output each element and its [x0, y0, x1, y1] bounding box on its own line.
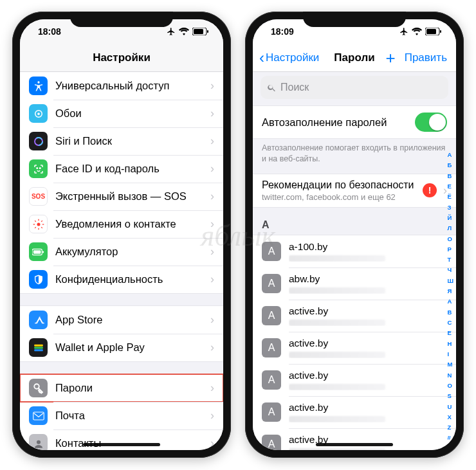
settings-row-wallet[interactable]: Wallet и Apple Pay› — [20, 334, 223, 361]
row-label: Почта — [55, 410, 210, 422]
chevron-right-icon: › — [210, 381, 214, 395]
index-letter[interactable]: Л — [447, 225, 453, 231]
nav-title: Пароли — [334, 51, 374, 64]
settings-row-exposure[interactable]: Уведомления о контакте› — [20, 210, 223, 238]
settings-row-mail[interactable]: Почта› — [20, 402, 223, 429]
index-letter[interactable]: Р — [447, 246, 453, 253]
index-letter[interactable]: H — [447, 341, 453, 347]
settings-row-key[interactable]: Пароли› — [20, 374, 223, 402]
password-row[interactable]: Aactive.by — [253, 396, 456, 428]
index-letter[interactable]: Z — [447, 424, 453, 431]
chevron-right-icon: › — [210, 437, 214, 450]
exposure-icon — [29, 215, 48, 233]
index-letter[interactable]: S — [447, 393, 453, 399]
settings-row-sos[interactable]: SOSЭкстренный вызов — SOS› — [20, 183, 223, 210]
search-input[interactable]: Поиск — [261, 76, 448, 99]
chevron-right-icon: › — [210, 245, 214, 258]
site-icon: A — [262, 242, 281, 261]
index-letter[interactable]: X — [447, 414, 453, 420]
password-site: active.by — [289, 305, 447, 317]
index-letter[interactable]: Я — [447, 288, 453, 294]
svg-line-16 — [41, 227, 42, 228]
chevron-right-icon: › — [210, 162, 214, 176]
index-letter[interactable]: Ш — [447, 278, 453, 284]
password-row[interactable]: Aactive.by — [253, 332, 456, 364]
index-letter[interactable]: Т — [447, 257, 453, 263]
settings-row-siri[interactable]: Siri и Поиск› — [20, 127, 223, 155]
index-letter[interactable]: З — [447, 204, 453, 211]
home-indicator — [316, 443, 393, 446]
password-row[interactable]: Aa-100.by — [253, 235, 456, 267]
add-button[interactable]: + — [386, 50, 396, 66]
svg-point-9 — [39, 167, 41, 168]
index-letter[interactable]: U — [447, 404, 453, 410]
password-username-redacted — [289, 352, 385, 358]
chevron-right-icon: › — [210, 313, 214, 327]
svg-line-18 — [41, 221, 42, 222]
index-letter[interactable]: Ч — [447, 267, 453, 273]
password-row[interactable]: Aactive.by — [253, 364, 456, 396]
password-row[interactable]: Aactive.by — [253, 300, 456, 332]
svg-rect-46 — [440, 30, 441, 33]
index-letter[interactable]: I — [447, 351, 453, 357]
index-letter[interactable]: N — [447, 372, 453, 379]
index-letter[interactable]: # — [447, 435, 453, 441]
site-icon: A — [262, 402, 281, 422]
siri-icon — [29, 132, 48, 150]
wallet-icon — [29, 338, 48, 357]
autofill-row[interactable]: Автозаполнение паролей — [253, 105, 456, 139]
index-letter[interactable]: А — [447, 152, 453, 158]
settings-row-faceid[interactable]: Face ID и код-пароль› — [20, 155, 223, 183]
password-username-redacted — [289, 384, 385, 390]
row-label: Wallet и Apple Pay — [55, 341, 210, 354]
password-site: active.by — [289, 402, 447, 413]
battery-icon — [29, 242, 48, 261]
settings-row-battery[interactable]: Аккумулятор› — [20, 238, 223, 266]
index-letter[interactable]: В — [447, 173, 453, 179]
notch — [70, 12, 173, 27]
index-letter[interactable]: Й — [447, 215, 453, 221]
autofill-switch[interactable] — [415, 113, 447, 132]
passwords-content[interactable]: Поиск Автозаполнение паролей Автозаполне… — [253, 72, 456, 450]
section-header: A — [253, 208, 456, 235]
accessibility-icon — [29, 77, 48, 95]
settings-list[interactable]: Универсальный доступ›Обои›Siri и Поиск›F… — [20, 72, 223, 450]
edit-button[interactable]: Править — [405, 51, 447, 64]
warning-badge-icon: ! — [423, 183, 437, 197]
svg-rect-26 — [33, 412, 44, 420]
svg-rect-20 — [33, 250, 41, 253]
wallpaper-icon — [29, 104, 48, 123]
svg-rect-21 — [42, 251, 44, 253]
index-letter[interactable]: O — [447, 383, 453, 389]
settings-row-appstore[interactable]: App Store› — [20, 306, 223, 334]
airplane-icon — [167, 27, 176, 36]
index-letter[interactable]: Ё — [447, 194, 453, 200]
row-label: Экстренный вызов — SOS — [55, 190, 210, 203]
contacts-icon — [29, 434, 48, 450]
index-letter[interactable]: A — [447, 298, 453, 305]
settings-row-wallpaper[interactable]: Обои› — [20, 100, 223, 127]
password-row[interactable]: Aabw.by — [253, 267, 456, 300]
settings-row-privacy[interactable]: Конфиденциальность› — [20, 266, 223, 293]
nav-title: Настройки — [93, 51, 151, 64]
index-letter[interactable]: B — [447, 309, 453, 316]
index-letter[interactable]: C — [447, 320, 453, 326]
status-indicators — [167, 27, 209, 36]
site-icon: A — [262, 274, 281, 293]
security-recommendations-row[interactable]: Рекомендации по безопасности twitter.com… — [253, 174, 456, 208]
nav-back-button[interactable]: ‹ Настройки — [259, 44, 319, 71]
password-username-redacted — [289, 416, 385, 422]
row-label: Конфиденциальность — [55, 273, 210, 285]
settings-row-accessibility[interactable]: Универсальный доступ› — [20, 72, 223, 100]
password-site: active.by — [289, 370, 447, 381]
alphabet-index[interactable]: АБВЕЁЗЙЛОРТЧШЯABCEHIMNOSUXZ# — [446, 149, 455, 444]
index-letter[interactable]: E — [447, 330, 453, 336]
password-row[interactable]: Aactive.by — [253, 428, 456, 450]
settings-row-contacts[interactable]: Контакты› — [20, 429, 223, 450]
index-letter[interactable]: Е — [447, 183, 453, 190]
search-icon — [267, 83, 277, 93]
index-letter[interactable]: M — [447, 361, 453, 368]
index-letter[interactable]: О — [447, 236, 453, 242]
row-label: Face ID и код-пароль — [55, 163, 210, 175]
index-letter[interactable]: Б — [447, 162, 453, 168]
